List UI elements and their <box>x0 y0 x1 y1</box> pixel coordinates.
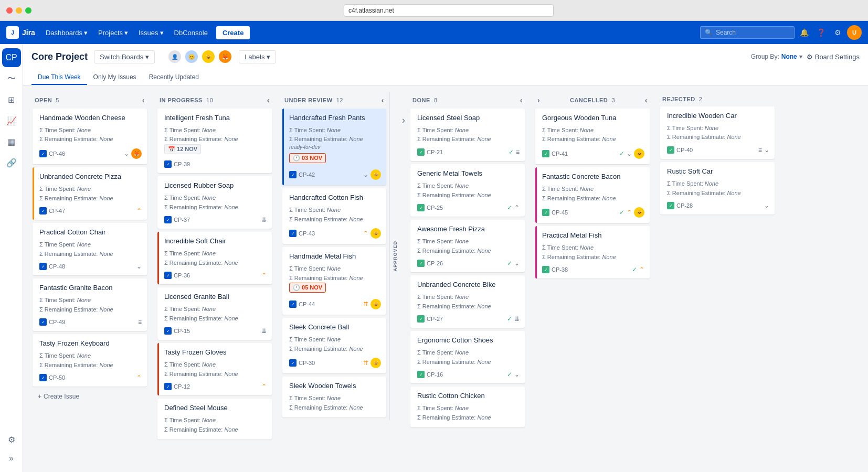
card-cp16[interactable]: Ergonomic Cotton Shoes Σ Time Spent: Non… <box>410 331 525 383</box>
chevron-down-icon[interactable]: ⌄ <box>124 150 129 157</box>
column-collapse-cancelled[interactable]: ‹ <box>645 96 648 104</box>
double-chevron-up-icon[interactable]: ⇈ <box>363 359 368 367</box>
url-bar[interactable]: c4f.atlassian.net <box>344 4 554 17</box>
check-action-icon[interactable]: ✓ <box>619 209 624 216</box>
check-action-icon[interactable]: ✓ <box>507 260 512 267</box>
card-cp15[interactable]: Licensed Granite Ball Σ Time Spent: None… <box>157 287 272 340</box>
card-cp43[interactable]: Handcrafted Cotton Fish Σ Time Spent: No… <box>282 188 386 244</box>
group-by-selector[interactable]: Group By: None ▾ <box>751 53 802 60</box>
check-action-icon[interactable]: ✓ <box>509 148 514 156</box>
nav-dbconsole[interactable]: DbConsole <box>170 27 212 39</box>
double-chevron-icon[interactable]: ⇊ <box>514 315 520 323</box>
minimize-dot[interactable] <box>16 7 22 14</box>
chevron-up-icon[interactable]: ⌃ <box>136 374 142 381</box>
card-cp47[interactable]: Unbranded Concrete Pizza Σ Time Spent: N… <box>33 167 147 220</box>
create-issue-button[interactable]: + Create Issue <box>33 390 147 403</box>
card-rustic-cotton[interactable]: Rustic Cotton Chicken Σ Time Spent: None… <box>410 387 525 427</box>
card-defined-steel[interactable]: Defined Steel Mouse Σ Time Spent: None Σ… <box>157 399 272 439</box>
chevron-down-icon[interactable]: ⌄ <box>764 202 769 209</box>
column-collapse-open[interactable]: ‹ <box>142 96 145 104</box>
check-action-icon[interactable]: ✓ <box>507 204 512 211</box>
sidebar-expand-icon[interactable]: » <box>2 449 21 468</box>
double-chevron-icon[interactable]: ⇊ <box>261 216 267 223</box>
arrow-right-icon[interactable]: › <box>402 115 405 126</box>
chevron-up-icon[interactable]: ⌃ <box>627 209 632 216</box>
card-sleek-wooden[interactable]: Sleek Wooden Towels Σ Time Spent: None Σ… <box>282 377 386 417</box>
chevron-down-icon[interactable]: ⌄ <box>363 171 368 178</box>
card-cp38[interactable]: Practical Metal Fish Σ Time Spent: None … <box>535 226 650 278</box>
filter-my-issues[interactable]: Only My Issues <box>87 70 143 85</box>
settings-button[interactable]: ⚙ <box>830 25 845 40</box>
nav-dashboards[interactable]: Dashboards ▾ <box>41 27 92 39</box>
chevron-down-icon[interactable]: ⌄ <box>514 371 520 378</box>
nav-projects[interactable]: Projects ▾ <box>94 27 132 39</box>
sidebar-chart-icon[interactable]: 📈 <box>2 111 21 130</box>
column-collapse-cancelled-left[interactable]: › <box>537 96 540 104</box>
fullscreen-dot[interactable] <box>25 7 31 14</box>
card-cp39[interactable]: Intelligent Fresh Tuna Σ Time Spent: Non… <box>157 109 272 173</box>
jira-logo[interactable]: J Jira <box>6 26 35 39</box>
sidebar-link-icon[interactable]: 🔗 <box>2 153 21 172</box>
nav-issues[interactable]: Issues ▾ <box>134 27 168 39</box>
labels-filter-button[interactable]: Labels ▾ <box>239 50 276 63</box>
column-collapse-done[interactable]: ‹ <box>520 96 523 104</box>
user-avatar[interactable]: U <box>847 25 862 40</box>
card-cp37[interactable]: Licensed Rubber Soap Σ Time Spent: None … <box>157 176 272 229</box>
notification-button[interactable]: 🔔 <box>797 25 811 40</box>
card-cp26[interactable]: Awesome Fresh Pizza Σ Time Spent: None Σ… <box>410 220 525 272</box>
card-cp21[interactable]: Licensed Steel Soap Σ Time Spent: None Σ… <box>410 109 525 161</box>
card-cp12[interactable]: Tasty Frozen Gloves Σ Time Spent: None Σ… <box>157 343 272 395</box>
chevron-up-icon[interactable]: ⌃ <box>363 230 368 237</box>
double-chevron-icon[interactable]: ⇊ <box>261 327 267 335</box>
search-bar[interactable]: 🔍 Search <box>700 26 795 39</box>
chevron-up-icon[interactable]: ⌃ <box>261 383 267 390</box>
help-button[interactable]: ❓ <box>813 25 828 40</box>
board-settings-button[interactable]: ⚙ Board Settings <box>807 53 860 61</box>
chevron-down-icon[interactable]: ⌄ <box>627 150 632 157</box>
sidebar-activity-icon[interactable]: 〜 <box>2 69 21 88</box>
card-cp46[interactable]: Handmade Wooden Cheese Σ Time Spent: Non… <box>33 109 147 164</box>
column-collapse-under-review[interactable]: ‹ <box>382 96 384 104</box>
close-dot[interactable] <box>6 7 13 14</box>
sidebar-settings-icon[interactable]: ⚙ <box>2 430 21 449</box>
check-action-icon[interactable]: ✓ <box>507 315 512 323</box>
sidebar-project-icon[interactable]: CP <box>2 48 21 67</box>
chevron-up-icon[interactable]: ⌃ <box>514 204 520 211</box>
card-cp30[interactable]: Sleek Concrete Ball Σ Time Spent: None Σ… <box>282 318 386 373</box>
card-cp45[interactable]: Fantastic Concrete Bacon Σ Time Spent: N… <box>535 167 650 223</box>
chevron-down-icon[interactable]: ⌄ <box>514 260 520 267</box>
double-chevron-up-icon[interactable]: ⇈ <box>363 301 368 308</box>
chevron-up-icon[interactable]: ⌃ <box>639 266 644 273</box>
avatar-3[interactable]: 😺 <box>201 49 216 64</box>
menu-icon[interactable]: ≡ <box>138 318 142 326</box>
card-cp50[interactable]: Tasty Frozen Keyboard Σ Time Spent: None… <box>33 334 147 387</box>
card-cp27[interactable]: Unbranded Concrete Bike Σ Time Spent: No… <box>410 275 525 328</box>
create-button[interactable]: Create <box>216 26 250 39</box>
card-cp49[interactable]: Fantastic Granite Bacon Σ Time Spent: No… <box>33 278 147 331</box>
avatar-4[interactable]: 🦊 <box>218 49 232 64</box>
check-action-icon[interactable]: ✓ <box>619 150 624 157</box>
card-cp41[interactable]: Gorgeous Wooden Tuna Σ Time Spent: None … <box>535 109 650 164</box>
menu-icon[interactable]: ≡ <box>516 148 520 156</box>
check-action-icon[interactable]: ✓ <box>507 371 512 378</box>
switch-boards-button[interactable]: Switch Boards ▾ <box>94 50 155 63</box>
avatar-2[interactable]: 😊 <box>184 49 199 64</box>
card-cp44[interactable]: Handmade Metal Fish Σ Time Spent: None Σ… <box>282 247 386 315</box>
menu-icon[interactable]: ≡ <box>758 146 762 154</box>
chevron-up-icon[interactable]: ⌃ <box>261 272 267 279</box>
card-cp36[interactable]: Incredible Soft Chair Σ Time Spent: None… <box>157 232 272 284</box>
card-cp40[interactable]: Incredible Wooden Car Σ Time Spent: None… <box>660 106 775 159</box>
filter-due-this-week[interactable]: Due This Week <box>31 70 87 85</box>
chevron-down-icon[interactable]: ⌄ <box>764 146 769 154</box>
column-collapse-in-progress[interactable]: ‹ <box>267 96 270 104</box>
chevron-down-icon[interactable]: ⌄ <box>136 263 142 270</box>
filter-recently-updated[interactable]: Recently Updated <box>143 70 205 85</box>
card-cp42[interactable]: Handcrafted Fresh Pants Σ Time Spent: No… <box>282 109 386 185</box>
card-cp25[interactable]: Generic Metal Towels Σ Time Spent: None … <box>410 164 525 217</box>
check-action-icon[interactable]: ✓ <box>632 266 637 273</box>
avatar-1[interactable]: 👤 <box>167 49 182 64</box>
card-cp28[interactable]: Rustic Soft Car Σ Time Spent: None Σ Rem… <box>660 162 775 214</box>
sidebar-board-icon[interactable]: ⊞ <box>2 90 21 109</box>
card-cp48[interactable]: Practical Cotton Chair Σ Time Spent: Non… <box>33 223 147 275</box>
chevron-up-icon[interactable]: ⌃ <box>136 207 142 214</box>
